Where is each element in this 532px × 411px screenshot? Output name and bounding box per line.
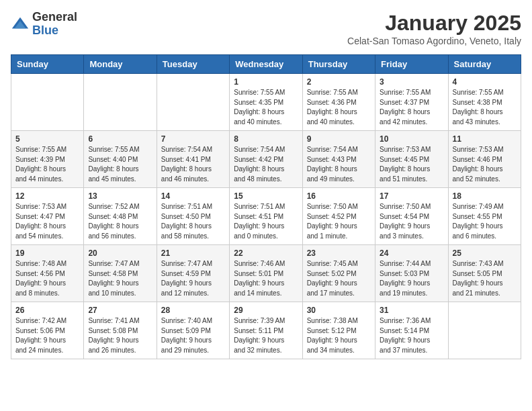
day-info: Sunrise: 7:51 AM Sunset: 4:50 PM Dayligh…	[161, 202, 225, 241]
day-info: Sunrise: 7:50 AM Sunset: 4:52 PM Dayligh…	[307, 202, 371, 241]
day-number: 24	[380, 248, 443, 258]
month-year: January 2025	[347, 11, 521, 36]
logo: General Blue	[11, 11, 77, 38]
day-number: 16	[307, 191, 371, 201]
calendar-cell: 17Sunrise: 7:50 AM Sunset: 4:54 PM Dayli…	[375, 188, 448, 245]
day-info: Sunrise: 7:39 AM Sunset: 5:11 PM Dayligh…	[234, 316, 298, 355]
day-number: 8	[234, 134, 298, 144]
logo-blue-text: Blue	[32, 24, 77, 38]
calendar-cell: 10Sunrise: 7:53 AM Sunset: 4:45 PM Dayli…	[375, 131, 448, 188]
day-info: Sunrise: 7:55 AM Sunset: 4:40 PM Dayligh…	[88, 145, 152, 184]
day-number: 11	[453, 134, 517, 144]
day-number: 26	[15, 306, 79, 315]
calendar-cell: 7Sunrise: 7:54 AM Sunset: 4:41 PM Daylig…	[157, 131, 229, 188]
day-info: Sunrise: 7:48 AM Sunset: 4:56 PM Dayligh…	[15, 259, 79, 298]
calendar-cell: 12Sunrise: 7:53 AM Sunset: 4:47 PM Dayli…	[11, 188, 84, 245]
calendar-cell	[448, 302, 521, 359]
day-number: 4	[453, 77, 517, 87]
weekday-header: Friday	[375, 55, 448, 74]
calendar-cell: 18Sunrise: 7:49 AM Sunset: 4:55 PM Dayli…	[448, 188, 521, 245]
day-info: Sunrise: 7:40 AM Sunset: 5:09 PM Dayligh…	[161, 316, 225, 355]
day-info: Sunrise: 7:55 AM Sunset: 4:36 PM Dayligh…	[307, 88, 371, 127]
day-number: 19	[15, 248, 79, 258]
calendar-week-row: 1Sunrise: 7:55 AM Sunset: 4:35 PM Daylig…	[11, 74, 521, 131]
title-block: January 2025 Celat-San Tomaso Agordino, …	[347, 11, 521, 46]
calendar-cell: 9Sunrise: 7:54 AM Sunset: 4:43 PM Daylig…	[302, 131, 375, 188]
calendar-cell	[84, 74, 157, 131]
calendar-cell: 4Sunrise: 7:55 AM Sunset: 4:38 PM Daylig…	[448, 74, 521, 131]
day-number: 23	[307, 248, 371, 258]
calendar-cell	[11, 74, 84, 131]
day-number: 30	[307, 306, 371, 315]
day-number: 28	[161, 306, 225, 315]
day-number: 20	[88, 248, 152, 258]
day-info: Sunrise: 7:54 AM Sunset: 4:41 PM Dayligh…	[161, 145, 225, 184]
day-number: 17	[380, 191, 443, 201]
day-number: 18	[453, 191, 517, 201]
calendar-cell: 29Sunrise: 7:39 AM Sunset: 5:11 PM Dayli…	[230, 302, 302, 359]
day-number: 27	[88, 306, 152, 315]
logo-general-text: General	[32, 11, 77, 24]
day-info: Sunrise: 7:54 AM Sunset: 4:42 PM Dayligh…	[234, 145, 298, 184]
calendar-table: SundayMondayTuesdayWednesdayThursdayFrid…	[11, 54, 521, 359]
calendar-cell: 13Sunrise: 7:52 AM Sunset: 4:48 PM Dayli…	[84, 188, 157, 245]
calendar-cell: 22Sunrise: 7:46 AM Sunset: 5:01 PM Dayli…	[230, 245, 302, 302]
day-info: Sunrise: 7:47 AM Sunset: 4:58 PM Dayligh…	[88, 259, 152, 298]
day-number: 12	[15, 191, 79, 201]
calendar-cell: 24Sunrise: 7:44 AM Sunset: 5:03 PM Dayli…	[375, 245, 448, 302]
calendar-cell: 23Sunrise: 7:45 AM Sunset: 5:02 PM Dayli…	[302, 245, 375, 302]
calendar-cell: 30Sunrise: 7:38 AM Sunset: 5:12 PM Dayli…	[302, 302, 375, 359]
calendar-cell	[157, 74, 229, 131]
day-info: Sunrise: 7:36 AM Sunset: 5:14 PM Dayligh…	[380, 316, 443, 355]
day-info: Sunrise: 7:38 AM Sunset: 5:12 PM Dayligh…	[307, 316, 371, 355]
location: Celat-San Tomaso Agordino, Veneto, Italy	[347, 36, 521, 46]
day-info: Sunrise: 7:51 AM Sunset: 4:51 PM Dayligh…	[234, 202, 298, 241]
day-info: Sunrise: 7:55 AM Sunset: 4:39 PM Dayligh…	[15, 145, 79, 184]
calendar-cell: 8Sunrise: 7:54 AM Sunset: 4:42 PM Daylig…	[230, 131, 302, 188]
day-info: Sunrise: 7:42 AM Sunset: 5:06 PM Dayligh…	[15, 316, 79, 355]
day-info: Sunrise: 7:49 AM Sunset: 4:55 PM Dayligh…	[453, 202, 517, 241]
calendar-cell: 3Sunrise: 7:55 AM Sunset: 4:37 PM Daylig…	[375, 74, 448, 131]
calendar-week-row: 19Sunrise: 7:48 AM Sunset: 4:56 PM Dayli…	[11, 245, 521, 302]
weekday-header: Saturday	[448, 55, 521, 74]
day-info: Sunrise: 7:47 AM Sunset: 4:59 PM Dayligh…	[161, 259, 225, 298]
day-number: 25	[453, 248, 517, 258]
day-number: 10	[380, 134, 443, 144]
weekday-header: Monday	[84, 55, 157, 74]
day-number: 15	[234, 191, 298, 201]
day-info: Sunrise: 7:53 AM Sunset: 4:46 PM Dayligh…	[453, 145, 517, 184]
day-number: 7	[161, 134, 225, 144]
calendar-week-row: 12Sunrise: 7:53 AM Sunset: 4:47 PM Dayli…	[11, 188, 521, 245]
weekday-header: Sunday	[11, 55, 84, 74]
day-info: Sunrise: 7:52 AM Sunset: 4:48 PM Dayligh…	[88, 202, 152, 241]
calendar-cell: 21Sunrise: 7:47 AM Sunset: 4:59 PM Dayli…	[157, 245, 229, 302]
weekday-header-row: SundayMondayTuesdayWednesdayThursdayFrid…	[11, 55, 521, 74]
calendar-cell: 28Sunrise: 7:40 AM Sunset: 5:09 PM Dayli…	[157, 302, 229, 359]
weekday-header: Wednesday	[230, 55, 302, 74]
day-number: 13	[88, 191, 152, 201]
day-number: 29	[234, 306, 298, 315]
calendar-cell: 19Sunrise: 7:48 AM Sunset: 4:56 PM Dayli…	[11, 245, 84, 302]
day-number: 3	[380, 77, 443, 87]
day-info: Sunrise: 7:46 AM Sunset: 5:01 PM Dayligh…	[234, 259, 298, 298]
day-number: 1	[234, 77, 298, 87]
calendar-week-row: 26Sunrise: 7:42 AM Sunset: 5:06 PM Dayli…	[11, 302, 521, 359]
day-info: Sunrise: 7:53 AM Sunset: 4:47 PM Dayligh…	[15, 202, 79, 241]
day-info: Sunrise: 7:50 AM Sunset: 4:54 PM Dayligh…	[380, 202, 443, 241]
calendar-cell: 25Sunrise: 7:43 AM Sunset: 5:05 PM Dayli…	[448, 245, 521, 302]
day-number: 5	[15, 134, 79, 144]
day-info: Sunrise: 7:55 AM Sunset: 4:35 PM Dayligh…	[234, 88, 298, 127]
day-info: Sunrise: 7:43 AM Sunset: 5:05 PM Dayligh…	[453, 259, 517, 298]
day-number: 6	[88, 134, 152, 144]
day-info: Sunrise: 7:54 AM Sunset: 4:43 PM Dayligh…	[307, 145, 371, 184]
day-info: Sunrise: 7:41 AM Sunset: 5:08 PM Dayligh…	[88, 316, 152, 355]
day-info: Sunrise: 7:53 AM Sunset: 4:45 PM Dayligh…	[380, 145, 443, 184]
day-number: 14	[161, 191, 225, 201]
weekday-header: Thursday	[302, 55, 375, 74]
day-info: Sunrise: 7:55 AM Sunset: 4:37 PM Dayligh…	[380, 88, 443, 127]
day-info: Sunrise: 7:55 AM Sunset: 4:38 PM Dayligh…	[453, 88, 517, 127]
calendar-cell: 5Sunrise: 7:55 AM Sunset: 4:39 PM Daylig…	[11, 131, 84, 188]
calendar-cell: 11Sunrise: 7:53 AM Sunset: 4:46 PM Dayli…	[448, 131, 521, 188]
calendar-cell: 16Sunrise: 7:50 AM Sunset: 4:52 PM Dayli…	[302, 188, 375, 245]
weekday-header: Tuesday	[157, 55, 229, 74]
